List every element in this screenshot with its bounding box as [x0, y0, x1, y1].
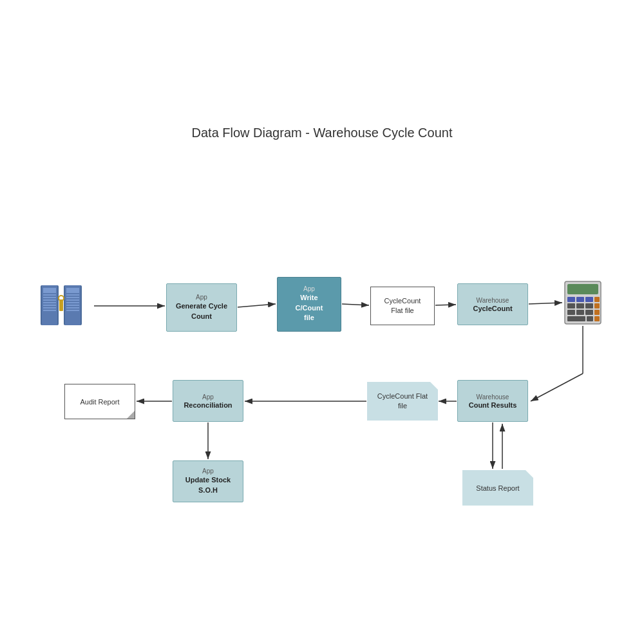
svg-rect-23 — [43, 307, 56, 308]
svg-line-3 — [238, 304, 276, 307]
diagram-container: Data Flow Diagram - Warehouse Cycle Coun… — [0, 0, 644, 644]
svg-rect-24 — [43, 310, 56, 311]
svg-rect-27 — [66, 288, 79, 293]
svg-rect-40 — [576, 297, 584, 302]
svg-rect-49 — [585, 310, 593, 315]
calculator-icon — [564, 280, 602, 325]
svg-rect-19 — [43, 297, 56, 298]
svg-rect-22 — [43, 305, 56, 306]
svg-rect-42 — [594, 297, 600, 302]
warehouse-cyclecount-top-label: Warehouse — [477, 297, 509, 305]
reconciliation-label: Reconciliation — [184, 401, 232, 409]
reconciliation-node: App Reconciliation — [173, 380, 243, 422]
reconciliation-top-label: App — [202, 393, 214, 401]
warehouse-count-top-label: Warehouse — [477, 393, 509, 401]
svg-rect-28 — [66, 294, 79, 296]
svg-rect-52 — [587, 316, 593, 321]
svg-rect-33 — [66, 307, 79, 308]
cyclecount-flat2-node: CycleCount Flat file — [367, 382, 438, 421]
svg-rect-21 — [43, 302, 56, 303]
svg-rect-51 — [567, 316, 585, 321]
svg-rect-20 — [43, 299, 56, 301]
update-stock-top-label: App — [202, 468, 214, 475]
svg-line-4 — [342, 304, 369, 305]
svg-rect-50 — [594, 310, 600, 315]
svg-rect-41 — [585, 297, 593, 302]
svg-rect-17 — [43, 288, 56, 293]
svg-rect-46 — [594, 303, 600, 308]
svg-rect-30 — [66, 299, 79, 301]
update-stock-label: Update Stock S.O.H — [185, 475, 231, 495]
status-report-node: Status Report — [462, 470, 533, 506]
write-ccount-node: App Write C/Count file — [277, 277, 341, 332]
svg-rect-45 — [585, 303, 593, 308]
svg-rect-53 — [594, 316, 600, 321]
write-ccount-label: Write C/Count file — [296, 293, 323, 323]
cyclecount-flat2-label: CycleCount Flat file — [377, 392, 428, 412]
database-icon — [35, 280, 93, 332]
svg-rect-31 — [66, 302, 79, 303]
cyclecount-flat1-node: CycleCount Flat file — [370, 287, 435, 325]
audit-report-node: Audit Report — [64, 384, 135, 419]
svg-line-5 — [435, 305, 456, 305]
svg-rect-43 — [567, 303, 575, 308]
svg-rect-39 — [567, 297, 575, 302]
warehouse-count-node: Warehouse Count Results — [457, 380, 528, 422]
status-report-label: Status Report — [476, 484, 519, 492]
svg-line-8 — [531, 374, 583, 401]
cyclecount-flat1-label: CycleCount Flat file — [384, 296, 421, 316]
warehouse-cyclecount-node: Warehouse CycleCount — [457, 283, 528, 325]
update-stock-node: App Update Stock S.O.H — [173, 460, 243, 502]
warehouse-cyclecount-label: CycleCount — [473, 305, 512, 312]
generate-cycle-count-node: App Generate Cycle Count — [166, 283, 237, 332]
generate-cycle-top-label: App — [196, 294, 207, 301]
svg-rect-44 — [576, 303, 584, 308]
svg-rect-47 — [567, 310, 575, 315]
write-ccount-top-label: App — [303, 285, 315, 293]
diagram-title: Data Flow Diagram - Warehouse Cycle Coun… — [192, 126, 453, 140]
svg-rect-48 — [576, 310, 584, 315]
svg-rect-29 — [66, 297, 79, 298]
generate-cycle-label: Generate Cycle Count — [176, 301, 227, 321]
svg-rect-34 — [66, 310, 79, 311]
svg-rect-32 — [66, 305, 79, 306]
svg-line-6 — [529, 303, 562, 304]
warehouse-count-label: Count Results — [469, 401, 517, 409]
svg-rect-18 — [43, 294, 56, 296]
svg-rect-38 — [567, 284, 598, 294]
audit-report-label: Audit Report — [80, 398, 119, 406]
